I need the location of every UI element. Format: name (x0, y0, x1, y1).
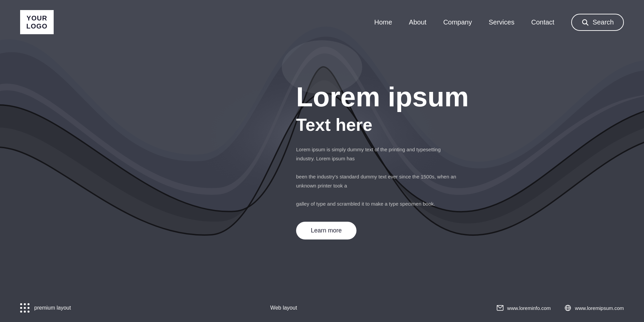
footer-website-link[interactable]: www.loremipsum.com (564, 304, 624, 312)
hero-title: Lorem ipsum (296, 83, 469, 111)
dot (20, 303, 22, 305)
footer: premium layout Web layout www.loreminfo.… (0, 294, 644, 322)
dot (20, 311, 22, 313)
hero-description: Lorem ipsum is simply dummy text of the … (296, 145, 457, 208)
dot (28, 311, 30, 313)
footer-left: premium layout (20, 303, 71, 313)
logo-text: YOURLOGO (26, 14, 48, 30)
hero-content: Lorem ipsum Text here Lorem ipsum is sim… (296, 83, 469, 239)
footer-right: www.loreminfo.com www.loremipsum.com (496, 304, 624, 312)
footer-center: Web layout (270, 305, 297, 311)
navbar: YOURLOGO Home About Company Services Con… (0, 0, 644, 44)
search-icon (581, 18, 589, 26)
email-icon (496, 304, 504, 312)
nav-company[interactable]: Company (443, 18, 472, 26)
nav-about[interactable]: About (409, 18, 426, 26)
nav-links: Home About Company Services Contact Sear… (374, 14, 624, 31)
nav-services[interactable]: Services (489, 18, 515, 26)
footer-premium-label: premium layout (34, 305, 71, 311)
globe-icon (564, 304, 572, 312)
footer-website-text: www.loremipsum.com (575, 305, 624, 311)
nav-home[interactable]: Home (374, 18, 392, 26)
dot (20, 307, 22, 309)
learn-more-button[interactable]: Learn more (296, 222, 357, 239)
dot (24, 311, 26, 313)
dot (28, 307, 30, 309)
search-bar[interactable]: Search (571, 14, 624, 31)
hero-subtitle: Text here (296, 115, 469, 135)
dot (24, 307, 26, 309)
svg-line-5 (586, 23, 588, 25)
footer-web-layout: Web layout (270, 305, 297, 311)
footer-email-link[interactable]: www.loreminfo.com (496, 304, 551, 312)
nav-contact[interactable]: Contact (531, 18, 554, 26)
footer-email-text: www.loreminfo.com (507, 305, 551, 311)
dots-grid (20, 303, 30, 313)
search-label: Search (593, 18, 614, 26)
dot (28, 303, 30, 305)
logo[interactable]: YOURLOGO (20, 10, 54, 34)
dot (24, 303, 26, 305)
